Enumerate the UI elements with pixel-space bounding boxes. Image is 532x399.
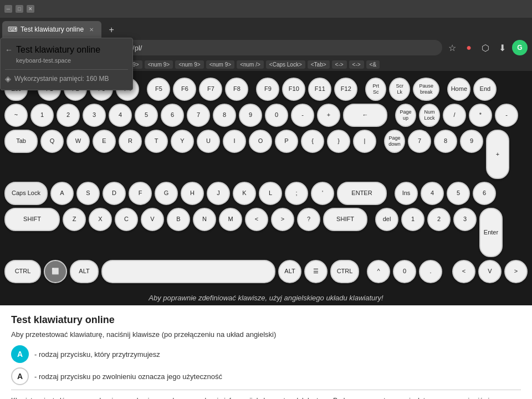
key-win[interactable]: ⬜	[44, 260, 67, 283]
key-e[interactable]: E	[93, 130, 116, 153]
key-capslock[interactable]: Caps Lock	[4, 182, 48, 205]
key-h[interactable]: H	[181, 182, 204, 205]
key-f11[interactable]: F11	[308, 78, 331, 101]
key-3[interactable]: 3	[83, 104, 106, 127]
key-num7[interactable]: 7	[408, 130, 431, 153]
key-num9[interactable]: 9	[460, 130, 483, 153]
key-num-dot[interactable]: .	[419, 260, 442, 283]
key-q[interactable]: Q	[40, 130, 64, 153]
key-8[interactable]: 8	[213, 104, 236, 127]
key-a[interactable]: A	[50, 182, 74, 205]
key-menu[interactable]: ☰	[304, 260, 328, 283]
key-l[interactable]: L	[259, 182, 282, 205]
key-num1[interactable]: 1	[401, 208, 424, 231]
key-lbracket[interactable]: {	[301, 130, 324, 153]
key-6[interactable]: 6	[161, 104, 184, 127]
key-c[interactable]: C	[115, 208, 138, 231]
key-j[interactable]: J	[207, 182, 230, 205]
new-tab-button[interactable]: +	[104, 22, 119, 38]
profile-avatar[interactable]: G	[512, 40, 528, 55]
key-k[interactable]: K	[233, 182, 256, 205]
key-5[interactable]: 5	[135, 104, 158, 127]
key-num3[interactable]: 3	[453, 208, 477, 231]
key-p[interactable]: P	[275, 130, 298, 153]
key-f9[interactable]: F9	[256, 78, 279, 101]
active-tab[interactable]: ⌨ Test klawiatury online ✕	[2, 21, 101, 38]
key-f12[interactable]: F12	[334, 78, 357, 101]
key-d[interactable]: D	[103, 182, 126, 205]
key-num-slash[interactable]: /	[443, 104, 466, 127]
key-v[interactable]: V	[141, 208, 164, 231]
key-f5[interactable]: F5	[147, 78, 170, 101]
bookmark-icon[interactable]: ☆	[446, 41, 459, 54]
key-f[interactable]: F	[129, 182, 152, 205]
key-r[interactable]: R	[119, 130, 142, 153]
key-ralt[interactable]: ALT	[278, 260, 301, 283]
key-minus[interactable]: -	[291, 104, 314, 127]
tab-close-button[interactable]: ✕	[87, 25, 96, 34]
key-prtsc[interactable]: PrtSc	[365, 78, 386, 101]
key-left[interactable]: <	[452, 260, 475, 283]
key-del[interactable]: del	[375, 208, 398, 231]
key-f8[interactable]: F8	[225, 78, 248, 101]
maximize-button[interactable]: □	[16, 5, 23, 13]
key-f7[interactable]: F7	[199, 78, 222, 101]
tab-dropdown-header[interactable]: ← Test klawiatury online	[5, 43, 128, 57]
key-9[interactable]: 9	[239, 104, 262, 127]
close-button[interactable]: ✕	[27, 5, 34, 13]
key-lalt[interactable]: ALT	[70, 260, 99, 283]
key-g[interactable]: G	[155, 182, 178, 205]
key-w[interactable]: W	[66, 130, 90, 153]
key-s[interactable]: S	[76, 182, 100, 205]
key-y[interactable]: Y	[171, 130, 194, 153]
key-backspace[interactable]: ←	[343, 104, 387, 127]
key-f6[interactable]: F6	[173, 78, 196, 101]
key-b[interactable]: B	[167, 208, 190, 231]
key-0[interactable]: 0	[265, 104, 288, 127]
key-slash[interactable]: ?	[297, 208, 320, 231]
key-rctrl[interactable]: CTRL	[330, 260, 359, 283]
key-u[interactable]: U	[197, 130, 220, 153]
key-plus[interactable]: +	[317, 104, 340, 127]
key-num0[interactable]: 0	[393, 260, 416, 283]
key-i[interactable]: I	[223, 130, 246, 153]
key-rbracket[interactable]: }	[327, 130, 350, 153]
key-f10[interactable]: F10	[282, 78, 305, 101]
key-lshift[interactable]: SHIFT	[4, 208, 60, 231]
key-pause[interactable]: Pausebreak	[413, 78, 439, 101]
key-numlock[interactable]: NumLock	[419, 104, 440, 127]
key-num6[interactable]: 6	[473, 182, 496, 205]
download-icon[interactable]: ⬇	[495, 41, 509, 54]
key-num-enter[interactable]: Enter	[479, 208, 503, 257]
key-rshift[interactable]: SHIFT	[323, 208, 367, 231]
key-pipe[interactable]: |	[353, 130, 376, 153]
key-scrlk[interactable]: ScrLk	[389, 78, 410, 101]
key-t[interactable]: T	[145, 130, 168, 153]
key-end[interactable]: End	[473, 78, 497, 101]
minimize-button[interactable]: ─	[4, 5, 12, 13]
key-o[interactable]: O	[249, 130, 272, 153]
key-home[interactable]: Home	[447, 78, 470, 101]
key-num-plus[interactable]: +	[486, 130, 509, 179]
key-tab[interactable]: Tab	[4, 130, 38, 153]
key-num-star[interactable]: *	[469, 104, 492, 127]
key-num-minus[interactable]: -	[495, 104, 518, 127]
key-1[interactable]: 1	[30, 104, 54, 127]
key-tilde[interactable]: ~	[4, 104, 28, 127]
key-lctrl[interactable]: CTRL	[4, 260, 41, 283]
key-ins[interactable]: Ins	[395, 182, 418, 205]
key-pageup[interactable]: Pageup	[395, 104, 416, 127]
key-2[interactable]: 2	[57, 104, 80, 127]
key-num4[interactable]: 4	[421, 182, 444, 205]
key-m[interactable]: M	[219, 208, 242, 231]
key-z[interactable]: Z	[63, 208, 86, 231]
key-num2[interactable]: 2	[427, 208, 451, 231]
key-right[interactable]: >	[504, 260, 528, 283]
key-n[interactable]: N	[193, 208, 216, 231]
key-semicolon[interactable]: ;	[285, 182, 308, 205]
key-period[interactable]: >	[271, 208, 294, 231]
key-down[interactable]: V	[478, 260, 502, 283]
key-enter[interactable]: ENTER	[337, 182, 387, 205]
key-7[interactable]: 7	[187, 104, 210, 127]
key-space[interactable]	[101, 260, 275, 283]
